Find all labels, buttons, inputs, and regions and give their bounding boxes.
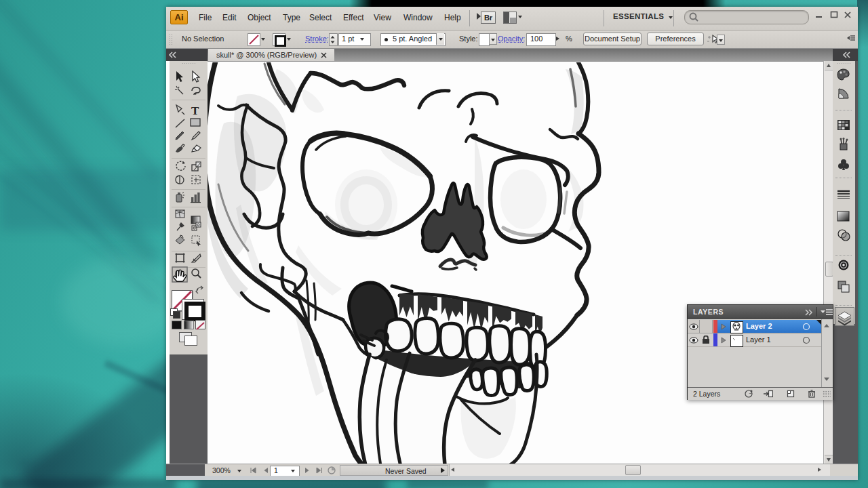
svg-text:T: T <box>191 104 199 117</box>
